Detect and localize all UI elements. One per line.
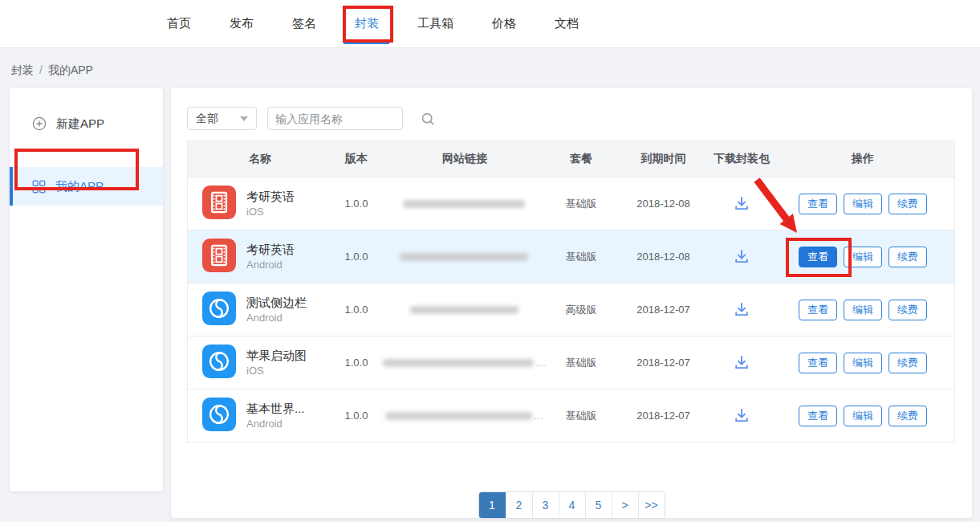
app-icon-s-logo <box>202 398 236 434</box>
table-row: 测试侧边栏Android 1.0.0 高级版 2018-12-07 查看 编辑 … <box>188 283 954 336</box>
page-button-3[interactable]: 3 <box>532 492 559 518</box>
download-package-button[interactable] <box>731 352 752 373</box>
nav-item-toolbox[interactable]: 工具箱 <box>417 0 453 48</box>
renew-button[interactable]: 续费 <box>889 300 927 320</box>
app-table: 名称 版本 网站链接 套餐 到期时间 下载封装包 操作 考研英语iOS 1.0.… <box>187 141 955 442</box>
col-header-website: 网站链接 <box>380 152 549 166</box>
next-page-button[interactable]: > <box>612 492 638 518</box>
nav-item-sign[interactable]: 签名 <box>292 0 316 48</box>
nav-item-publish[interactable]: 发布 <box>230 0 254 48</box>
search-box <box>267 107 403 130</box>
website-link-redacted <box>383 359 534 367</box>
app-version: 1.0.0 <box>332 357 380 369</box>
filter-dropdown-value: 全部 <box>196 112 218 126</box>
sidebar-item-label: 我的APP <box>55 179 104 194</box>
website-link-redacted <box>410 306 518 314</box>
renew-button[interactable]: 续费 <box>889 353 927 373</box>
sidebar-item-my-app[interactable]: 我的APP <box>10 167 163 206</box>
app-platform: Android <box>246 258 295 272</box>
view-button[interactable]: 查看 <box>799 194 837 214</box>
chevron-down-icon <box>240 116 248 121</box>
app-plan: 基础版 <box>549 409 613 423</box>
app-version: 1.0.0 <box>332 198 380 210</box>
link-suffix: ... <box>535 357 546 369</box>
table-row: 考研英语iOS 1.0.0 基础版 2018-12-08 查看 编辑 续费 <box>188 177 954 230</box>
col-header-expiry: 到期时间 <box>613 152 714 166</box>
link-suffix: ... <box>534 410 544 422</box>
app-plan: 基础版 <box>549 197 613 211</box>
col-header-actions: 操作 <box>770 152 956 166</box>
sidebar-item-label: 新建APP <box>56 116 104 132</box>
app-icon-film <box>202 186 236 222</box>
renew-button[interactable]: 续费 <box>889 247 927 267</box>
sidebar-item-new-app[interactable]: 新建APP <box>10 104 163 143</box>
app-name: 测试侧边栏 <box>246 295 307 311</box>
search-input[interactable] <box>275 112 421 125</box>
app-platform: iOS <box>246 364 307 378</box>
sidebar: 新建APP 我的APP <box>10 88 163 491</box>
pagination: 1 2 3 4 5 > >> <box>171 491 972 519</box>
website-link-redacted <box>400 253 528 261</box>
breadcrumb-section[interactable]: 封装 <box>11 63 34 76</box>
col-header-version: 版本 <box>332 152 380 166</box>
app-icon-s-logo <box>202 292 236 328</box>
website-link-redacted <box>385 412 532 420</box>
app-name: 基本世界... <box>246 401 305 417</box>
app-icon-film <box>202 239 236 275</box>
app-name: 考研英语 <box>246 189 295 205</box>
table-header-row: 名称 版本 网站链接 套餐 到期时间 下载封装包 操作 <box>188 141 954 177</box>
app-name: 考研英语 <box>246 242 295 258</box>
app-expiry: 2018-12-08 <box>613 251 714 263</box>
top-navbar: 首页 发布 签名 封装 工具箱 价格 文档 <box>0 0 980 48</box>
last-page-button[interactable]: >> <box>638 492 665 518</box>
page-button-2[interactable]: 2 <box>506 492 532 518</box>
app-version: 1.0.0 <box>332 410 380 422</box>
website-link-redacted <box>403 200 525 208</box>
table-row-highlighted: 考研英语Android 1.0.0 基础版 2018-12-08 查看 编辑 续… <box>188 230 954 283</box>
download-package-button[interactable] <box>731 193 752 214</box>
search-icon[interactable] <box>421 112 435 126</box>
grid-icon <box>32 180 46 194</box>
view-button[interactable]: 查看 <box>799 406 837 426</box>
app-plan: 基础版 <box>549 356 613 370</box>
breadcrumb-page: 我的APP <box>48 63 93 76</box>
table-row: 苹果启动图iOS 1.0.0 ... 基础版 2018-12-07 查看 编辑 … <box>188 336 954 389</box>
download-package-button[interactable] <box>731 299 752 320</box>
app-plan: 基础版 <box>549 250 613 264</box>
plus-circle-icon <box>32 116 47 131</box>
app-plan: 高级版 <box>549 303 613 317</box>
page-button-4[interactable]: 4 <box>559 492 585 518</box>
nav-item-docs[interactable]: 文档 <box>555 0 579 48</box>
toolbar: 全部 <box>187 107 403 130</box>
app-expiry: 2018-12-07 <box>613 357 714 369</box>
edit-button[interactable]: 编辑 <box>844 247 882 267</box>
page-button-1[interactable]: 1 <box>479 492 506 518</box>
app-icon-s-logo <box>202 345 236 381</box>
app-platform: iOS <box>246 205 295 219</box>
edit-button[interactable]: 编辑 <box>844 353 882 373</box>
download-package-button[interactable] <box>731 246 752 267</box>
nav-item-price[interactable]: 价格 <box>492 0 516 48</box>
breadcrumb: 封装/我的APP <box>0 48 980 78</box>
edit-button[interactable]: 编辑 <box>844 194 882 214</box>
main-content: 全部 名称 版本 网站链接 套餐 到期时间 下载封装包 操作 <box>171 88 972 518</box>
page-button-5[interactable]: 5 <box>585 492 612 518</box>
app-platform: Android <box>246 417 305 431</box>
download-package-button[interactable] <box>731 405 752 426</box>
app-expiry: 2018-12-07 <box>613 410 714 422</box>
nav-item-package[interactable]: 封装 <box>355 0 379 48</box>
edit-button[interactable]: 编辑 <box>844 300 882 320</box>
app-platform: Android <box>246 311 307 325</box>
edit-button[interactable]: 编辑 <box>844 406 882 426</box>
app-name: 苹果启动图 <box>246 348 307 364</box>
nav-item-home[interactable]: 首页 <box>167 0 191 48</box>
table-row: 基本世界...Android 1.0.0 ... 基础版 2018-12-07 … <box>188 389 954 442</box>
view-button-active[interactable]: 查看 <box>799 247 837 267</box>
view-button[interactable]: 查看 <box>799 353 837 373</box>
col-header-download: 下载封装包 <box>714 152 770 166</box>
filter-dropdown[interactable]: 全部 <box>187 107 257 130</box>
renew-button[interactable]: 续费 <box>889 194 927 214</box>
renew-button[interactable]: 续费 <box>889 406 927 426</box>
view-button[interactable]: 查看 <box>799 300 837 320</box>
col-header-name: 名称 <box>188 152 332 166</box>
